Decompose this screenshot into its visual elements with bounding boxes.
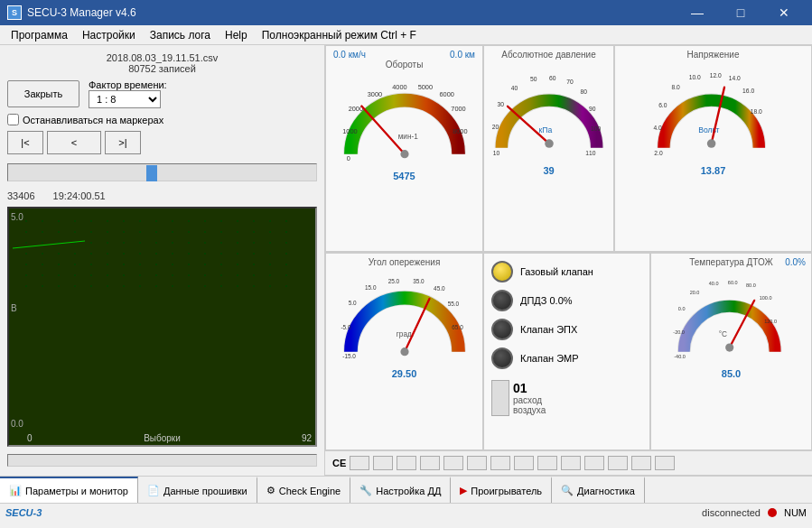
- nav-next-button[interactable]: >|: [105, 131, 141, 154]
- chart-x-end: 92: [302, 433, 312, 443]
- svg-text:90: 90: [589, 106, 596, 112]
- svg-point-101: [253, 253, 255, 255]
- svg-point-11: [42, 264, 43, 265]
- svg-point-44: [123, 242, 125, 244]
- svg-text:16.0: 16.0: [742, 88, 754, 94]
- svg-point-49: [139, 220, 141, 222]
- statusbar: SECU-3 disconnected NUM: [0, 503, 812, 521]
- svg-text:10.0: 10.0: [688, 74, 700, 80]
- menu-help[interactable]: Help: [218, 25, 255, 44]
- svg-text:8.0: 8.0: [671, 84, 680, 90]
- svg-point-104: [253, 285, 255, 287]
- dpd3-row: ДПДЗ 0.0%: [491, 290, 642, 311]
- position-slider[interactable]: [7, 163, 317, 181]
- tab-dd-settings[interactable]: 🔧 Настройка ДД: [350, 477, 451, 503]
- svg-point-43: [123, 231, 125, 233]
- voltage-label: Напряжение: [687, 50, 740, 60]
- gas-valve-light: [491, 261, 513, 283]
- svg-point-92: [237, 231, 238, 233]
- nav-first-button[interactable]: |<: [7, 131, 43, 154]
- ce-seg-4: [443, 456, 463, 470]
- svg-point-78: [204, 231, 206, 233]
- connection-dot: [768, 508, 777, 517]
- rpm-gauge-svg: 0 1000 2000 3000 4000 5000 6000 7000 800…: [332, 71, 477, 171]
- minimize-button[interactable]: —: [677, 0, 718, 25]
- svg-point-94: [237, 253, 238, 255]
- svg-text:120.0: 120.0: [764, 319, 777, 324]
- menu-nastroyki[interactable]: Настройки: [75, 25, 143, 44]
- pressure-gauge-box: Абсолютное давление 10 20: [483, 45, 614, 252]
- svg-point-180: [725, 344, 733, 352]
- ce-seg-3: [420, 456, 440, 470]
- main-content: 2018.08.03_19.11.51.csv 80752 записей За…: [0, 45, 812, 476]
- svg-point-85: [220, 231, 222, 233]
- chart-svg: // Will be populated by script: [13, 212, 312, 441]
- nav-prev-button[interactable]: <: [47, 131, 101, 154]
- bottom-tabs: 📊 Параметры и монитор 📄 Данные прошивки …: [0, 476, 812, 503]
- valve-epx-label: Клапан ЭПХ: [520, 324, 577, 335]
- menu-fullscreen[interactable]: Полноэкранный режим Ctrl + F: [255, 25, 424, 44]
- svg-text:-40.0: -40.0: [674, 354, 686, 359]
- svg-point-103: [253, 274, 255, 276]
- tab-dd-label: Настройка ДД: [376, 486, 441, 496]
- svg-text:°C: °C: [718, 330, 726, 338]
- svg-text:кПа: кПа: [538, 125, 552, 134]
- chart-x-label: Выборки: [144, 433, 181, 443]
- svg-text:65.0: 65.0: [452, 324, 463, 330]
- slider-thumb: [146, 165, 157, 181]
- svg-text:35.0: 35.0: [413, 278, 425, 284]
- svg-point-91: [237, 220, 238, 222]
- svg-text:0: 0: [346, 154, 350, 162]
- tab-params-icon: 📊: [9, 485, 22, 496]
- time-row: 33406 19:24:00.51: [7, 190, 317, 201]
- tab-diagnostics[interactable]: 🔍 Диагностика: [552, 477, 645, 503]
- svg-point-40: [107, 274, 108, 276]
- svg-text:-5.0: -5.0: [341, 324, 350, 330]
- tab-player[interactable]: ▶ Проигрыватель: [451, 477, 552, 503]
- tab-params-monitor[interactable]: 📊 Параметры и монитор: [0, 477, 138, 503]
- svg-point-93: [237, 242, 238, 244]
- scrollbar[interactable]: [7, 454, 317, 467]
- svg-text:15.0: 15.0: [365, 284, 377, 291]
- marker-checkbox[interactable]: [7, 114, 19, 125]
- svg-point-64: [172, 231, 173, 233]
- svg-point-18: [58, 264, 60, 265]
- speed-value: 0.0 км/ч: [333, 50, 366, 60]
- tab-check-engine[interactable]: ⚙ Check Engine: [257, 477, 351, 503]
- svg-point-8: [42, 231, 43, 233]
- svg-point-48: [123, 285, 125, 287]
- nav-buttons: |< < >|: [7, 131, 317, 154]
- dpd3-light: [491, 290, 513, 311]
- close-button[interactable]: ✕: [763, 0, 805, 25]
- svg-point-72: [188, 242, 190, 244]
- svg-point-84: [220, 220, 222, 222]
- svg-point-90: [220, 285, 222, 287]
- rpm-label: Обороты: [386, 60, 424, 69]
- factor-select[interactable]: 1 : 8 1 : 4 1 : 2 1 : 1: [89, 90, 161, 108]
- menu-zapis-loga[interactable]: Запись лога: [143, 25, 218, 44]
- svg-point-34: [90, 285, 92, 287]
- svg-point-6: [25, 285, 27, 287]
- gas-valve-label: Газовый клапан: [520, 266, 593, 277]
- svg-point-110: [269, 274, 271, 276]
- menu-programma[interactable]: Программа: [4, 25, 75, 44]
- svg-point-38: [107, 253, 108, 255]
- tab-firmware-data[interactable]: 📄 Данные прошивки: [138, 477, 257, 503]
- ce-label: CE: [332, 458, 346, 468]
- svg-point-12: [42, 274, 43, 276]
- close-file-button[interactable]: Закрыть: [7, 80, 79, 107]
- ce-seg-2: [397, 456, 416, 470]
- window-controls: — □ ✕: [677, 0, 805, 25]
- svg-point-3: [25, 253, 27, 255]
- menubar: Программа Настройки Запись лога Help Пол…: [0, 25, 812, 45]
- maximize-button[interactable]: □: [720, 0, 761, 25]
- svg-point-105: [269, 220, 271, 222]
- svg-point-75: [188, 274, 190, 276]
- dpd3-label: ДПДЗ 0.0%: [520, 295, 573, 306]
- tab-firmware-label: Данные прошивки: [163, 486, 247, 496]
- svg-point-53: [139, 264, 141, 265]
- svg-point-30: [90, 242, 92, 244]
- svg-text:20.0: 20.0: [689, 290, 699, 295]
- svg-text:10: 10: [492, 150, 499, 156]
- tab-diag-icon: 🔍: [561, 485, 574, 496]
